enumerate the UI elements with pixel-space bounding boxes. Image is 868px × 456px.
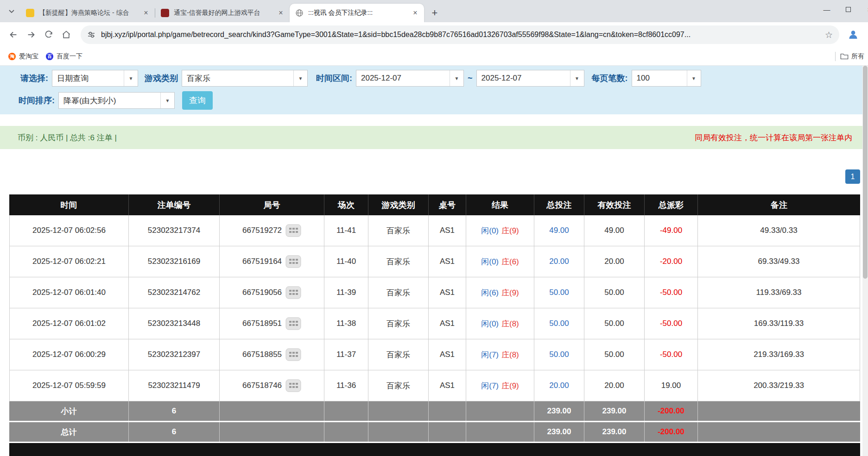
chevron-down-icon: ▼ bbox=[293, 70, 307, 86]
result-banker: 庄(8) bbox=[501, 350, 519, 360]
home-icon[interactable] bbox=[57, 26, 75, 44]
site-settings-icon[interactable] bbox=[87, 31, 95, 39]
result-banker: 庄(9) bbox=[501, 225, 519, 236]
cell-session: 11-37 bbox=[324, 339, 368, 370]
payout-value: -50.00 bbox=[660, 288, 682, 297]
time-range-label: 时间区间: bbox=[316, 73, 352, 84]
round-no-text: 667519056 bbox=[242, 288, 282, 297]
cell-valid-bet: 20.00 bbox=[584, 370, 645, 401]
cell-result: 闲(0) 庄(6) bbox=[466, 246, 534, 277]
cell-table-no: AS1 bbox=[429, 370, 466, 401]
new-tab-button[interactable]: + bbox=[428, 6, 442, 20]
cell-payout: -50.00 bbox=[645, 308, 698, 339]
video-replay-icon[interactable] bbox=[285, 348, 301, 361]
game-type-label: 游戏类别 bbox=[145, 73, 178, 84]
cell-game-type: 百家乐 bbox=[368, 308, 429, 339]
sort-order-dropdown[interactable]: 降幂(由大到小) ▼ bbox=[58, 92, 175, 109]
scrollbar-thumb[interactable] bbox=[863, 66, 868, 279]
total-bet-link[interactable]: 50.00 bbox=[549, 319, 569, 328]
cell-game-type: 百家乐 bbox=[368, 277, 429, 308]
tab-close-icon[interactable]: × bbox=[277, 9, 285, 17]
game-type-dropdown[interactable]: 百家乐 ▼ bbox=[182, 70, 308, 87]
maximize-button[interactable] bbox=[837, 0, 859, 19]
page-size-dropdown[interactable]: 100 ▼ bbox=[632, 70, 701, 87]
cell-time: 2025-12-07 06:01:40 bbox=[9, 277, 129, 308]
date-from-dropdown[interactable]: 2025-12-07 ▼ bbox=[356, 70, 464, 87]
tab-forum[interactable]: 【新提醒】海燕策略论坛 - 综合 × bbox=[20, 4, 155, 22]
tab-close-icon[interactable]: × bbox=[411, 9, 419, 17]
total-bet-link[interactable]: 50.00 bbox=[549, 288, 569, 297]
cell-result: 闲(0) 庄(8) bbox=[466, 308, 534, 339]
video-replay-icon[interactable] bbox=[285, 317, 301, 330]
minimize-button[interactable]: — bbox=[816, 0, 837, 19]
total-bet-link[interactable]: 49.00 bbox=[549, 226, 569, 235]
cell-round-no: 667518855 bbox=[220, 339, 324, 370]
cell-table-no: AS1 bbox=[429, 277, 466, 308]
table-bottom-bar bbox=[9, 443, 860, 456]
bookmark-baidu[interactable]: 百 百度一下 bbox=[42, 50, 86, 63]
subtotal-row: 小计 6 239.00 239.00 -200.00 bbox=[9, 401, 860, 421]
video-replay-icon[interactable] bbox=[285, 379, 301, 392]
page-size-label: 每页笔数: bbox=[592, 73, 628, 84]
total-bet-link[interactable]: 20.00 bbox=[549, 381, 569, 390]
cell-bet-no: 523023213448 bbox=[129, 308, 220, 339]
subtotal-label: 小计 bbox=[9, 401, 129, 421]
sort-order-label: 时间排序: bbox=[19, 95, 55, 106]
cell-result: 闲(0) 庄(9) bbox=[466, 215, 534, 246]
tab-strip: 【新提醒】海燕策略论坛 - 综合 × 通宝-信誉最好的网上游戏平台 × :::视… bbox=[0, 0, 868, 22]
cell-remark: 49.33/0.33 bbox=[698, 215, 860, 246]
tab-bet-records-active[interactable]: :::视讯 会员下注纪录::: × bbox=[290, 4, 424, 22]
result-banker: 庄(9) bbox=[501, 381, 519, 391]
table-row: 2025-12-07 06:02:56 523023217374 6675192… bbox=[9, 215, 860, 246]
round-no-text: 667518951 bbox=[242, 319, 282, 328]
close-button[interactable]: × bbox=[859, 0, 868, 19]
video-replay-icon[interactable] bbox=[285, 286, 301, 299]
date-to-dropdown[interactable]: 2025-12-07 ▼ bbox=[476, 70, 584, 87]
forward-icon[interactable] bbox=[22, 26, 40, 44]
video-replay-icon[interactable] bbox=[285, 255, 301, 268]
cell-result: 闲(7) 庄(9) bbox=[466, 370, 534, 401]
search-button[interactable]: 查询 bbox=[182, 91, 213, 110]
cell-round-no: 667519164 bbox=[220, 246, 324, 277]
round-no-text: 667518746 bbox=[242, 381, 282, 390]
bookmarks-divider bbox=[835, 52, 836, 61]
cell-game-type: 百家乐 bbox=[368, 246, 429, 277]
bookmark-aitaobao[interactable]: 淘 爱淘宝 bbox=[5, 50, 42, 63]
select-mode-dropdown[interactable]: 日期查询 ▼ bbox=[52, 70, 138, 87]
video-replay-icon[interactable] bbox=[285, 224, 301, 237]
window-controls: — × bbox=[816, 0, 868, 19]
table-row: 2025-12-07 06:01:02 523023213448 6675189… bbox=[9, 308, 860, 339]
bookmark-star-icon[interactable]: ☆ bbox=[825, 30, 833, 40]
result-banker: 庄(9) bbox=[501, 287, 519, 298]
page-1-button[interactable]: 1 bbox=[845, 169, 860, 184]
address-bar[interactable]: bjbj.xyz/ipl/portal.php/game/betrecord_s… bbox=[81, 25, 839, 44]
cell-bet-no: 523023214762 bbox=[129, 277, 220, 308]
taobao-icon: 淘 bbox=[8, 53, 16, 60]
summary-bar: 币别 : 人民币 | 总共 :6 注单 | 同局有效投注，统一计算在该局第一张注… bbox=[0, 126, 862, 149]
cell-remark: 169.33/119.33 bbox=[698, 308, 860, 339]
header-game-type: 游戏类别 bbox=[368, 194, 429, 215]
tab-close-icon[interactable]: × bbox=[142, 9, 150, 17]
tab-search-chevron-icon[interactable] bbox=[4, 3, 19, 19]
cell-table-no: AS1 bbox=[429, 308, 466, 339]
cell-game-type: 百家乐 bbox=[368, 215, 429, 246]
total-bet-link[interactable]: 50.00 bbox=[549, 350, 569, 359]
cell-result: 闲(6) 庄(9) bbox=[466, 277, 534, 308]
total-valid-bet: 239.00 bbox=[584, 422, 645, 442]
chevron-down-icon: ▼ bbox=[570, 70, 584, 86]
all-bookmarks-button[interactable]: 所有 bbox=[840, 52, 865, 61]
page-scrollbar bbox=[862, 66, 868, 456]
total-bet-link[interactable]: 20.00 bbox=[549, 257, 569, 266]
total-count: 6 bbox=[129, 422, 220, 442]
tab-tongbao[interactable]: 通宝-信誉最好的网上游戏平台 × bbox=[155, 4, 290, 22]
reload-icon[interactable] bbox=[40, 26, 57, 44]
cell-result: 闲(7) 庄(8) bbox=[466, 339, 534, 370]
total-row: 总计 6 239.00 239.00 -200.00 bbox=[9, 422, 860, 442]
cell-payout: 19.00 bbox=[645, 370, 698, 401]
back-icon[interactable] bbox=[5, 26, 22, 44]
all-bookmarks-label: 所有 bbox=[851, 52, 864, 61]
result-player: 闲(0) bbox=[481, 225, 499, 236]
cell-game-type: 百家乐 bbox=[368, 339, 429, 370]
profile-avatar-icon[interactable] bbox=[845, 26, 862, 43]
subtotal-valid-bet: 239.00 bbox=[584, 401, 645, 421]
